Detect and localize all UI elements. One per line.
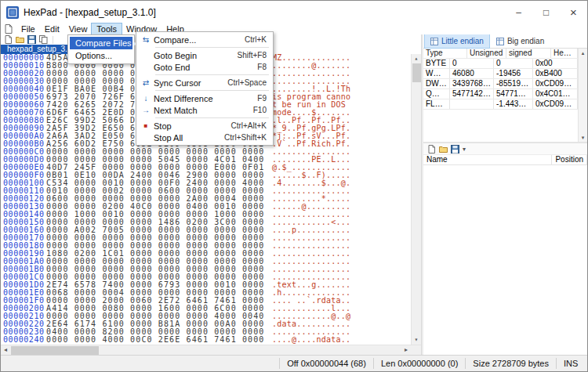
- signed-cell: -1.4439203E8: [494, 99, 533, 109]
- hex-row-ascii: ....@....ndata..: [272, 336, 352, 344]
- next-difference-icon: ↓: [138, 92, 154, 104]
- endian-tab-little-endian[interactable]: Little endian: [425, 34, 489, 48]
- menubar-item-label: File: [21, 24, 35, 34]
- scroll-up-icon[interactable]: ▴: [579, 49, 587, 57]
- submenu-item-compare[interactable]: ⇆ Compare... Ctrl+K: [138, 34, 271, 45]
- type-cell: WORD: [423, 69, 450, 78]
- compare-icon: ⇆: [138, 34, 154, 45]
- inspector-row-byte[interactable]: BYTE 0 0 0x00: [423, 59, 578, 69]
- submenu-item: [138, 116, 271, 120]
- tools-menu-item-options[interactable]: Options... ▸: [70, 49, 132, 62]
- menu-item-shortcut: F8: [257, 63, 267, 71]
- inspector-column-hexa-decimal: Hexa-decimal: [551, 49, 578, 58]
- scroll-right-icon[interactable]: ▸: [401, 345, 411, 355]
- status-insert-mode[interactable]: INS: [556, 358, 587, 369]
- bookmarks-toolbar: ▾: [423, 143, 587, 155]
- status-bar: Off 0x00000044 (68) Len 0x00000000 (0) S…: [1, 355, 587, 371]
- main-area: hexpad_setup_3.1.0 00000000 4D5A 9000 03…: [1, 34, 587, 355]
- scrollbar-corner: [411, 345, 421, 355]
- inspector-column-type: Type: [423, 49, 467, 58]
- save-icon[interactable]: [27, 35, 36, 44]
- menu-item-label: Sync Cursor: [154, 78, 227, 88]
- endian-tab-label: Little endian: [441, 37, 484, 45]
- menubar-item-tools[interactable]: Tools: [92, 23, 122, 34]
- menu-item-label: Next Difference: [154, 94, 257, 103]
- table-icon: [430, 38, 438, 45]
- scroll-down-icon[interactable]: ▾: [412, 335, 421, 345]
- hex-horizontal-scrollbar[interactable]: ◂ ▸: [1, 345, 421, 355]
- bookmarks-panel: ▾ Name Position: [423, 143, 587, 355]
- app-window: HexPad - [hexpad_setup_3.1.0] – □ × File…: [0, 0, 588, 372]
- dropdown-icon[interactable]: ▾: [463, 145, 466, 153]
- menu-item-label: Goto Begin: [154, 51, 237, 60]
- open-folder-icon[interactable]: [439, 145, 448, 153]
- horizontal-scroll-thumb[interactable]: [11, 346, 99, 355]
- signed-cell: 0: [494, 59, 533, 68]
- menu-item-shortcut: Ctrl+Shift+K: [224, 133, 267, 142]
- type-cell: QWORD: [423, 89, 450, 99]
- inspector-row-dword[interactable]: DWORD 3439768576 -855198720 0xCD09B400: [423, 79, 578, 89]
- submenu-item-next-match[interactable]: → Next Match F10: [138, 104, 271, 116]
- side-pane: Little endian Big endian: [423, 34, 587, 355]
- unsigned-cell: 3439768576: [450, 79, 494, 88]
- submenu-item-goto-begin[interactable]: Goto Begin Shift+F8: [138, 49, 271, 61]
- menu-item-label: Compare Files: [75, 38, 132, 48]
- sync-cursor-icon: ⇄: [138, 77, 154, 88]
- hex-cell: 0x4C01B821CD09B400: [533, 89, 578, 99]
- save-icon[interactable]: [451, 145, 459, 153]
- scroll-down-icon[interactable]: ▾: [579, 133, 587, 142]
- maximize-button[interactable]: □: [532, 1, 560, 23]
- submenu-item-stop-all[interactable]: Stop All Ctrl+Shift+K: [138, 132, 271, 143]
- bookmarks-column-position: Position: [552, 155, 587, 164]
- submenu-item-stop[interactable]: ■ Stop Ctrl+Alt+K: [138, 120, 271, 132]
- menubar-item-view[interactable]: View: [64, 23, 93, 34]
- status-length: Len 0x00000000 (0): [373, 358, 465, 369]
- hex-row-bytes: 0000 0000 4000 00C0 2E6E 6461 7461 0000: [46, 336, 272, 344]
- new-file-icon[interactable]: [427, 145, 436, 153]
- vertical-scroll-thumb[interactable]: [412, 63, 421, 82]
- menubar-item-label: Edit: [45, 24, 60, 34]
- menu-item-label: Compare...: [154, 35, 245, 45]
- inspector-column-unsigned: Unsigned: [467, 49, 506, 58]
- hex-cell: 0xB400: [533, 69, 578, 78]
- type-cell: BYTE: [423, 59, 450, 68]
- menubar-item-edit[interactable]: Edit: [40, 23, 64, 34]
- menu-bar: File Edit View Tools Window: [1, 23, 587, 34]
- caption-buttons: – □ ×: [505, 1, 587, 23]
- new-file-icon[interactable]: [4, 35, 13, 44]
- hex-row-address: 00000240: [1, 336, 46, 344]
- inspector-rows: BYTE 0 0 0x00 WORD 46080 -19456 0xB400: [423, 59, 578, 110]
- submenu-item-next-difference[interactable]: ↓ Next Difference F9: [138, 92, 271, 104]
- inspector-row-qword[interactable]: QWORD 5477142552149144576 54771425521491…: [423, 89, 578, 99]
- status-offset: Off 0x00000044 (68): [279, 358, 373, 369]
- signed-cell: 5477142552149144576: [494, 89, 533, 99]
- bookmarks-list[interactable]: [423, 165, 587, 355]
- submenu-item-sync-cursor[interactable]: ⇄ Sync Cursor Ctrl+Space: [138, 77, 271, 88]
- menu-item-shortcut: F10: [253, 106, 267, 114]
- hex-cell: 0x00: [533, 59, 578, 68]
- minimize-button[interactable]: –: [505, 1, 532, 23]
- open-folder-icon[interactable]: [16, 35, 24, 44]
- submenu-item-goto-end[interactable]: Goto End F8: [138, 61, 271, 73]
- hex-row-00000240[interactable]: 00000240 0000 0000 4000 00C0 2E6E 6461 7…: [1, 336, 411, 344]
- endian-tab-label: Big endian: [507, 37, 544, 45]
- endian-tab-big-endian[interactable]: Big endian: [491, 34, 550, 48]
- hex-vertical-scrollbar[interactable]: ▴ ▾: [411, 54, 421, 345]
- scroll-up-icon[interactable]: ▴: [412, 54, 421, 63]
- menu-item-shortcut: Ctrl+Space: [227, 78, 267, 87]
- menu-item-label: Stop All: [154, 133, 224, 143]
- inspector-row-word[interactable]: WORD 46080 -19456 0xB400: [423, 69, 578, 79]
- copy-icon[interactable]: [39, 35, 48, 44]
- menu-item-shortcut: Ctrl+Alt+K: [230, 121, 267, 130]
- inspector-row-float[interactable]: FLOAT -1.4439203E8 0xCD09B400: [423, 99, 578, 110]
- type-cell: FLOAT: [423, 99, 450, 109]
- inspector-scrollbar[interactable]: ▴ ▾: [578, 49, 587, 142]
- tools-menu-item-compare-files[interactable]: Compare Files ▸: [70, 37, 132, 49]
- title-bar[interactable]: HexPad - [hexpad_setup_3.1.0] – □ ×: [1, 1, 587, 23]
- table-icon: [496, 38, 504, 45]
- endian-tabs: Little endian Big endian: [423, 34, 587, 49]
- menubar-item-file[interactable]: File: [16, 23, 40, 34]
- toolbar-separator: [53, 36, 53, 44]
- scroll-left-icon[interactable]: ◂: [1, 345, 10, 355]
- close-button[interactable]: ×: [560, 1, 587, 23]
